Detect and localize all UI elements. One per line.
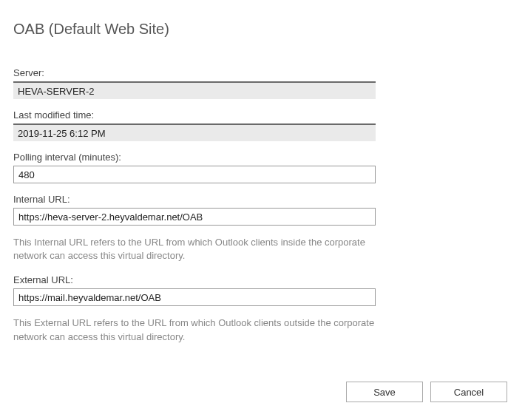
internal-url-help: This Internal URL refers to the URL from… bbox=[13, 236, 376, 262]
page-title: OAB (Default Web Site) bbox=[13, 21, 512, 38]
internal-url-input[interactable] bbox=[13, 208, 376, 226]
external-url-input[interactable] bbox=[13, 288, 376, 306]
last-modified-label: Last modified time: bbox=[13, 109, 512, 121]
button-bar: Save Cancel bbox=[346, 382, 507, 402]
cancel-button[interactable]: Cancel bbox=[430, 382, 507, 402]
save-button[interactable]: Save bbox=[346, 382, 423, 402]
polling-interval-input[interactable] bbox=[13, 166, 376, 183]
dialog-content: OAB (Default Web Site) Server: HEVA-SERV… bbox=[0, 0, 525, 369]
server-label: Server: bbox=[13, 67, 512, 78]
external-url-help: This External URL refers to the URL from… bbox=[13, 316, 376, 343]
polling-interval-label: Polling interval (minutes): bbox=[13, 152, 512, 163]
external-url-label: External URL: bbox=[13, 274, 512, 285]
last-modified-value: 2019-11-25 6:12 PM bbox=[13, 123, 376, 141]
server-value: HEVA-SERVER-2 bbox=[13, 81, 376, 99]
internal-url-label: Internal URL: bbox=[13, 194, 512, 205]
